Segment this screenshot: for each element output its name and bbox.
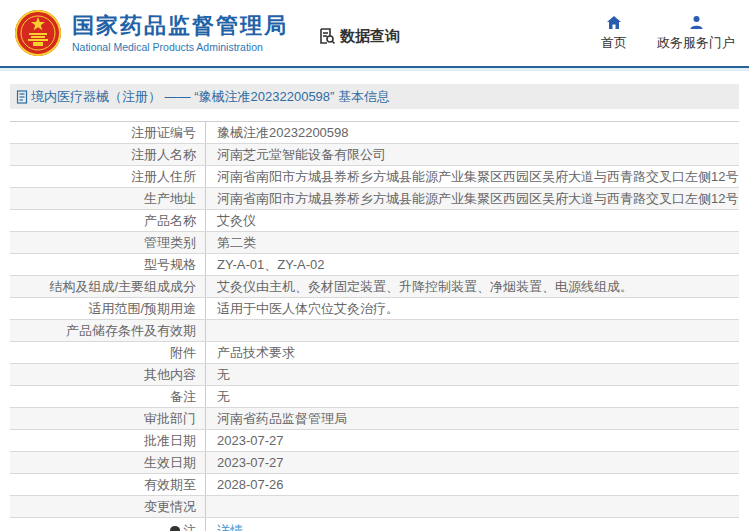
row-value: 无 [206,364,739,385]
header-separator-light [0,68,749,71]
row-label-text: 变更情况 [144,496,196,517]
row-label-text: 管理类别 [144,232,196,253]
national-emblem-logo [14,9,62,57]
row-label-text: 适用范围/预期用途 [88,298,196,319]
nav-portal-label: 政务服务门户 [657,34,735,52]
row-label-text: 注册证编号 [131,122,196,143]
row-value: 适用于中医人体穴位艾灸治疗。 [206,298,739,319]
detail-link[interactable]: 详情 [217,523,243,531]
table-row: 有效期至2028-07-26 [10,474,739,496]
person-icon [689,14,704,30]
row-value: 艾灸仪由主机、灸材固定装置、升降控制装置、净烟装置、电源线组成。 [206,276,739,297]
table-row: 其他内容无 [10,364,739,386]
table-row: 适用范围/预期用途适用于中医人体穴位艾灸治疗。 [10,298,739,320]
row-label-text: 审批部门 [144,408,196,429]
row-value: 河南省药品监督管理局 [206,408,739,429]
row-label: 有效期至 [10,474,206,495]
row-value: 河南省南阳市方城县券桥乡方城县能源产业集聚区西园区吴府大道与西青路交叉口左侧12… [206,188,739,209]
row-value: 河南芝元堂智能设备有限公司 [206,144,739,165]
row-value [206,496,739,517]
table-row: 审批部门河南省药品监督管理局 [10,408,739,430]
nav-portal[interactable]: 政务服务门户 [657,14,735,52]
row-label-text: 其他内容 [144,364,196,385]
row-value: 豫械注准20232200598 [206,122,739,143]
row-label: 管理类别 [10,232,206,253]
row-label-text: 备注 [170,386,196,407]
row-label: 产品名称 [10,210,206,231]
row-value: 无 [206,386,739,407]
row-label-text: 有效期至 [144,474,196,495]
row-label: 其他内容 [10,364,206,385]
table-row: 产品名称艾灸仪 [10,210,739,232]
row-label-text: 附件 [170,342,196,363]
row-value: 2023-07-27 [206,452,739,473]
table-row: 注详情 [10,518,739,531]
row-value: 2028-07-26 [206,474,739,495]
row-label-text: 生产地址 [144,188,196,209]
table-row: 备注无 [10,386,739,408]
row-label: 型号规格 [10,254,206,275]
document-search-icon [318,27,336,45]
row-label-text: 产品储存条件及有效期 [66,320,196,341]
row-label-text: 型号规格 [144,254,196,275]
row-label: 注 [10,518,206,531]
agency-name-cn: 国家药品监督管理局 [72,13,288,39]
row-value: 河南省南阳市方城县券桥乡方城县能源产业集聚区西园区吴府大道与西青路交叉口左侧12… [206,166,739,187]
home-icon [606,14,622,30]
table-row: 批准日期2023-07-27 [10,430,739,452]
row-label-text: 注册人住所 [131,166,196,187]
data-query-label: 数据查询 [340,27,400,46]
table-row: 型号规格ZY-A-01、ZY-A-02 [10,254,739,276]
table-row: 注册人住所河南省南阳市方城县券桥乡方城县能源产业集聚区西园区吴府大道与西青路交叉… [10,166,739,188]
table-row: 产品储存条件及有效期 [10,320,739,342]
registration-info-table: 注册证编号豫械注准20232200598注册人名称河南芝元堂智能设备有限公司注册… [10,121,739,531]
row-label: 生效日期 [10,452,206,473]
table-row: 附件产品技术要求 [10,342,739,364]
table-row: 管理类别第二类 [10,232,739,254]
row-label-text: 结构及组成/主要组成成分 [49,276,196,297]
row-label: 生产地址 [10,188,206,209]
row-label: 适用范围/预期用途 [10,298,206,319]
table-row: 变更情况 [10,496,739,518]
row-value: 2023-07-27 [206,430,739,451]
table-row: 注册证编号豫械注准20232200598 [10,122,739,144]
row-label: 附件 [10,342,206,363]
agency-title-block: 国家药品监督管理局 National Medical Products Admi… [72,13,288,53]
row-label: 审批部门 [10,408,206,429]
row-label-text: 生效日期 [144,452,196,473]
row-value: 第二类 [206,232,739,253]
row-label: 产品储存条件及有效期 [10,320,206,341]
row-label: 注册人住所 [10,166,206,187]
table-row: 生效日期2023-07-27 [10,452,739,474]
page: 国家药品监督管理局 National Medical Products Admi… [0,0,749,531]
data-query-nav[interactable]: 数据查询 [318,27,400,46]
row-label: 注册人名称 [10,144,206,165]
row-label: 结构及组成/主要组成成分 [10,276,206,297]
row-value [206,320,739,341]
table-row: 结构及组成/主要组成成分艾灸仪由主机、灸材固定装置、升降控制装置、净烟装置、电源… [10,276,739,298]
table-row: 注册人名称河南芝元堂智能设备有限公司 [10,144,739,166]
row-label-text: 注 [183,518,196,531]
row-label: 注册证编号 [10,122,206,143]
table-row: 生产地址河南省南阳市方城县券桥乡方城县能源产业集聚区西园区吴府大道与西青路交叉口… [10,188,739,210]
row-value: 艾灸仪 [206,210,739,231]
row-label: 变更情况 [10,496,206,517]
agency-name-en: National Medical Products Administration [72,41,288,53]
row-label: 批准日期 [10,430,206,451]
nav-home-label: 首页 [601,34,627,52]
row-label-text: 产品名称 [144,210,196,231]
row-value: 产品技术要求 [206,342,739,363]
document-icon [16,90,28,104]
row-label-text: 批准日期 [144,430,196,451]
row-label: 备注 [10,386,206,407]
page-title-bar: 境内医疗器械（注册） —— “豫械注准20232200598” 基本信息 [10,84,739,109]
nav-home[interactable]: 首页 [601,14,627,52]
comment-icon [169,525,181,531]
row-value: ZY-A-01、ZY-A-02 [206,254,739,275]
page-title: 境内医疗器械（注册） —— “豫械注准20232200598” 基本信息 [31,88,390,106]
row-value: 详情 [206,518,739,531]
row-label-text: 注册人名称 [131,144,196,165]
top-nav: 首页 政务服务门户 [601,14,735,52]
site-header: 国家药品监督管理局 National Medical Products Admi… [0,0,749,66]
